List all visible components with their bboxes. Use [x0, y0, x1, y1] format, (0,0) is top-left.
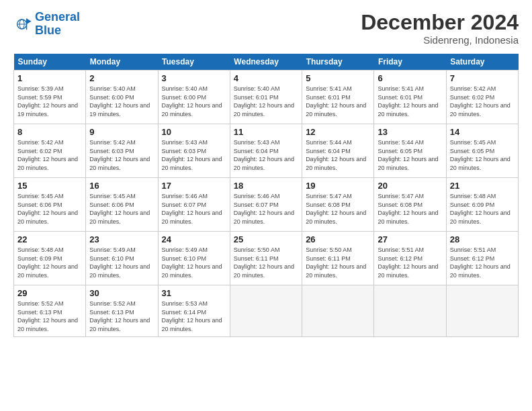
table-row	[230, 285, 302, 336]
day-number: 6	[378, 73, 442, 83]
table-row: 1Sunrise: 5:39 AMSunset: 5:59 PMDaylight…	[14, 71, 86, 124]
logo: General Blue	[13, 11, 80, 38]
day-info: Sunrise: 5:48 AMSunset: 6:09 PMDaylight:…	[17, 246, 82, 279]
day-number: 2	[89, 73, 154, 83]
logo-icon	[13, 15, 32, 34]
calendar-row: 22Sunrise: 5:48 AMSunset: 6:09 PMDayligh…	[14, 232, 519, 285]
day-number: 27	[378, 234, 442, 244]
day-number: 10	[162, 127, 226, 137]
table-row: 25Sunrise: 5:50 AMSunset: 6:11 PMDayligh…	[230, 232, 302, 285]
day-info: Sunrise: 5:43 AMSunset: 6:04 PMDaylight:…	[234, 138, 298, 172]
day-number: 4	[234, 73, 298, 83]
col-monday: Monday	[86, 54, 158, 71]
day-info: Sunrise: 5:40 AMSunset: 6:01 PMDaylight:…	[234, 85, 298, 118]
day-number: 8	[17, 127, 82, 137]
day-number: 11	[234, 127, 298, 137]
title-block: December 2024 Sidenreng, Indonesia	[361, 11, 519, 46]
day-info: Sunrise: 5:45 AMSunset: 6:06 PMDaylight:…	[89, 192, 154, 226]
day-number: 31	[162, 288, 226, 298]
day-number: 5	[306, 73, 370, 83]
day-number: 17	[162, 181, 226, 191]
calendar-title: December 2024	[361, 11, 519, 34]
table-row: 19Sunrise: 5:47 AMSunset: 6:08 PMDayligh…	[302, 178, 374, 232]
table-row: 11Sunrise: 5:43 AMSunset: 6:04 PMDayligh…	[230, 124, 302, 178]
table-row: 18Sunrise: 5:46 AMSunset: 6:07 PMDayligh…	[230, 178, 302, 232]
table-row: 21Sunrise: 5:48 AMSunset: 6:09 PMDayligh…	[446, 178, 518, 232]
day-info: Sunrise: 5:44 AMSunset: 6:04 PMDaylight:…	[306, 138, 370, 172]
day-info: Sunrise: 5:40 AMSunset: 6:00 PMDaylight:…	[162, 85, 226, 118]
day-info: Sunrise: 5:51 AMSunset: 6:12 PMDaylight:…	[378, 246, 442, 279]
table-row: 9Sunrise: 5:42 AMSunset: 6:03 PMDaylight…	[86, 124, 158, 178]
day-info: Sunrise: 5:42 AMSunset: 6:02 PMDaylight:…	[17, 138, 82, 172]
table-row: 29Sunrise: 5:52 AMSunset: 6:13 PMDayligh…	[14, 285, 86, 336]
day-info: Sunrise: 5:50 AMSunset: 6:11 PMDaylight:…	[234, 246, 298, 279]
calendar-row: 1Sunrise: 5:39 AMSunset: 5:59 PMDaylight…	[14, 71, 519, 124]
day-info: Sunrise: 5:39 AMSunset: 5:59 PMDaylight:…	[17, 85, 82, 118]
day-number: 13	[378, 127, 442, 137]
day-info: Sunrise: 5:41 AMSunset: 6:01 PMDaylight:…	[306, 85, 370, 118]
logo-text2: Blue	[35, 24, 80, 38]
day-info: Sunrise: 5:45 AMSunset: 6:06 PMDaylight:…	[17, 192, 82, 226]
day-info: Sunrise: 5:40 AMSunset: 6:00 PMDaylight:…	[89, 85, 154, 118]
col-saturday: Saturday	[446, 54, 518, 71]
col-tuesday: Tuesday	[158, 54, 230, 71]
table-row: 26Sunrise: 5:50 AMSunset: 6:11 PMDayligh…	[302, 232, 374, 285]
day-number: 24	[162, 234, 226, 244]
table-row: 24Sunrise: 5:49 AMSunset: 6:10 PMDayligh…	[158, 232, 230, 285]
table-row: 15Sunrise: 5:45 AMSunset: 6:06 PMDayligh…	[14, 178, 86, 232]
table-row: 27Sunrise: 5:51 AMSunset: 6:12 PMDayligh…	[374, 232, 446, 285]
day-info: Sunrise: 5:50 AMSunset: 6:11 PMDaylight:…	[306, 246, 370, 279]
day-info: Sunrise: 5:44 AMSunset: 6:05 PMDaylight:…	[378, 138, 442, 172]
table-row: 6Sunrise: 5:41 AMSunset: 6:01 PMDaylight…	[374, 71, 446, 124]
day-info: Sunrise: 5:51 AMSunset: 6:12 PMDaylight:…	[450, 246, 515, 279]
day-number: 23	[89, 234, 154, 244]
col-sunday: Sunday	[14, 54, 86, 71]
calendar-subtitle: Sidenreng, Indonesia	[361, 34, 519, 46]
day-number: 16	[89, 181, 154, 191]
day-number: 3	[162, 73, 226, 83]
day-info: Sunrise: 5:53 AMSunset: 6:14 PMDaylight:…	[162, 300, 226, 333]
table-row: 4Sunrise: 5:40 AMSunset: 6:01 PMDaylight…	[230, 71, 302, 124]
day-number: 15	[17, 181, 82, 191]
day-info: Sunrise: 5:41 AMSunset: 6:01 PMDaylight:…	[378, 85, 442, 118]
day-info: Sunrise: 5:49 AMSunset: 6:10 PMDaylight:…	[89, 246, 154, 279]
day-number: 21	[450, 181, 515, 191]
table-row: 28Sunrise: 5:51 AMSunset: 6:12 PMDayligh…	[446, 232, 518, 285]
day-number: 19	[306, 181, 370, 191]
page-container: General Blue December 2024 Sidenreng, In…	[0, 0, 532, 344]
day-info: Sunrise: 5:47 AMSunset: 6:08 PMDaylight:…	[378, 192, 442, 226]
day-info: Sunrise: 5:46 AMSunset: 6:07 PMDaylight:…	[234, 192, 298, 226]
day-info: Sunrise: 5:52 AMSunset: 6:13 PMDaylight:…	[89, 300, 154, 333]
day-info: Sunrise: 5:47 AMSunset: 6:08 PMDaylight:…	[306, 192, 370, 226]
table-row: 12Sunrise: 5:44 AMSunset: 6:04 PMDayligh…	[302, 124, 374, 178]
page-header: General Blue December 2024 Sidenreng, In…	[13, 11, 519, 46]
col-friday: Friday	[374, 54, 446, 71]
table-row: 16Sunrise: 5:45 AMSunset: 6:06 PMDayligh…	[86, 178, 158, 232]
table-row: 7Sunrise: 5:42 AMSunset: 6:02 PMDaylight…	[446, 71, 518, 124]
day-number: 1	[17, 73, 82, 83]
calendar-row: 15Sunrise: 5:45 AMSunset: 6:06 PMDayligh…	[14, 178, 519, 232]
logo-text: General	[35, 11, 80, 24]
col-wednesday: Wednesday	[230, 54, 302, 71]
day-number: 29	[17, 288, 82, 298]
day-number: 9	[89, 127, 154, 137]
table-row: 13Sunrise: 5:44 AMSunset: 6:05 PMDayligh…	[374, 124, 446, 178]
day-info: Sunrise: 5:46 AMSunset: 6:07 PMDaylight:…	[162, 192, 226, 226]
calendar-table: Sunday Monday Tuesday Wednesday Thursday…	[13, 54, 519, 336]
col-thursday: Thursday	[302, 54, 374, 71]
table-row	[446, 285, 518, 336]
day-number: 26	[306, 234, 370, 244]
day-info: Sunrise: 5:52 AMSunset: 6:13 PMDaylight:…	[17, 300, 82, 333]
day-number: 28	[450, 234, 515, 244]
day-number: 30	[89, 288, 154, 298]
day-info: Sunrise: 5:43 AMSunset: 6:03 PMDaylight:…	[162, 138, 226, 172]
table-row: 17Sunrise: 5:46 AMSunset: 6:07 PMDayligh…	[158, 178, 230, 232]
table-row: 31Sunrise: 5:53 AMSunset: 6:14 PMDayligh…	[158, 285, 230, 336]
day-number: 12	[306, 127, 370, 137]
day-info: Sunrise: 5:42 AMSunset: 6:02 PMDaylight:…	[450, 85, 515, 118]
table-row	[302, 285, 374, 336]
day-number: 22	[17, 234, 82, 244]
table-row: 8Sunrise: 5:42 AMSunset: 6:02 PMDaylight…	[14, 124, 86, 178]
header-row: Sunday Monday Tuesday Wednesday Thursday…	[14, 54, 519, 71]
day-number: 7	[450, 73, 515, 83]
